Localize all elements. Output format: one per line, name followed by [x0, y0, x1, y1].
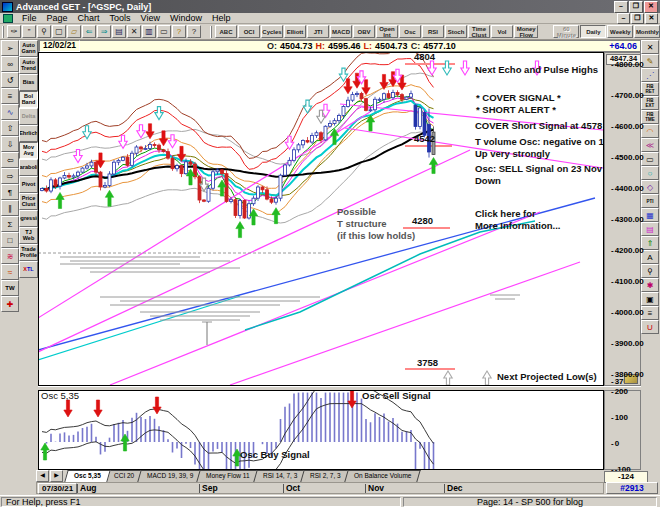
tool-auto-trend[interactable]: Auto Trend: [19, 57, 38, 74]
study-button-abc[interactable]: ABC: [215, 25, 237, 38]
trend-line[interactable]: [345, 128, 603, 168]
trend-line[interactable]: [39, 296, 240, 360]
study-button-osc[interactable]: Osc: [399, 25, 421, 38]
scroll-down-icon[interactable]: ⇩: [1, 136, 19, 152]
tool-price-clust[interactable]: Price Clust: [19, 193, 38, 210]
oscillator-label: Osc Buy Signal: [240, 449, 310, 460]
minimize-button[interactable]: –: [614, 1, 628, 13]
close-button[interactable]: ✕: [644, 1, 658, 13]
tj-web-icon[interactable]: TW: [1, 280, 19, 296]
lines-tool-icon[interactable]: ≋: [1, 248, 19, 264]
study-button-obv[interactable]: OBV: [353, 25, 375, 38]
study-button-macd[interactable]: MACD: [330, 25, 352, 38]
tab-on-balance-volume[interactable]: On Balance Volume: [344, 470, 421, 482]
tool-ehrlich[interactable]: Ehrlich: [19, 125, 38, 142]
binoculars-icon[interactable]: ∞: [1, 56, 19, 72]
tool-tj-web[interactable]: TJ Web: [19, 227, 38, 244]
parallel-lines-icon[interactable]: ⋰: [641, 68, 659, 82]
timeframe-60-minute[interactable]: 60 Minute: [553, 25, 579, 38]
forward-icon[interactable]: ⇒: [97, 25, 111, 38]
study-button-stoch[interactable]: Stoch: [445, 25, 467, 38]
quote-icon[interactable]: ”: [22, 25, 36, 38]
menu-help[interactable]: Help: [207, 13, 236, 23]
tab-macd-19-39-9[interactable]: MACD 19, 39, 9: [137, 470, 203, 482]
study-button-oci[interactable]: OCI: [238, 25, 260, 38]
tool-xtl[interactable]: XTL: [19, 261, 38, 278]
study-button-time-clust[interactable]: Time Clust: [468, 25, 490, 38]
tab-rsi-2-7-3[interactable]: RSI 2, 7, 3: [300, 470, 350, 482]
magnifier-icon[interactable]: ⚲: [37, 25, 51, 38]
price-chart[interactable]: 4804Next Echo and Pulse Highs* COVER SIG…: [38, 52, 604, 386]
menu-view[interactable]: View: [136, 13, 165, 23]
delete-drawing-icon[interactable]: ✕: [641, 40, 659, 54]
maximize-button[interactable]: ❐: [629, 1, 643, 13]
child-minimize-button[interactable]: –: [617, 13, 630, 24]
print-icon[interactable]: ▭: [157, 25, 171, 38]
copy-chart-icon[interactable]: ▥: [142, 25, 156, 38]
trend-line[interactable]: [230, 262, 580, 385]
delete-icon[interactable]: ✕: [127, 25, 141, 38]
tab-scroll-left[interactable]: ◀: [36, 470, 49, 482]
study-button-elliott[interactable]: Elliott: [284, 25, 306, 38]
open-icon[interactable]: ▱: [67, 25, 81, 38]
new-chart-icon[interactable]: ▢: [52, 25, 66, 38]
tool-auto-gann[interactable]: Auto Gann: [19, 40, 38, 57]
menu-tools[interactable]: Tools: [105, 13, 136, 23]
study-button-jti[interactable]: JTI: [307, 25, 329, 38]
study-button-cycles[interactable]: Cycles: [261, 25, 283, 38]
statistics-icon[interactable]: Σ: [1, 216, 19, 232]
bar-spacing-icon[interactable]: ¶: [1, 184, 19, 200]
pin-icon[interactable]: ✑: [7, 25, 21, 38]
back-icon[interactable]: ⇐: [82, 25, 96, 38]
context-help-icon[interactable]: ?: [187, 25, 201, 38]
trend-line[interactable]: [39, 150, 470, 352]
elliott-wave-icon[interactable]: ∿: [1, 104, 19, 120]
ellipse-tool-icon[interactable]: ○: [641, 166, 659, 180]
study-button-open-int[interactable]: Open Int: [376, 25, 398, 38]
scroll-right-icon[interactable]: ⇨: [1, 168, 19, 184]
menu-page[interactable]: Page: [42, 13, 73, 23]
pointer-tool-icon[interactable]: ➢: [1, 40, 19, 56]
menu-chart[interactable]: Chart: [73, 13, 105, 23]
tab-rsi-14-7-3[interactable]: RSI 14, 7, 3: [253, 470, 307, 482]
scroll-left-icon[interactable]: ⇦: [1, 152, 19, 168]
andrews-fan-icon[interactable]: ≪: [641, 138, 659, 152]
timeframe-weekly[interactable]: Weekly: [607, 25, 633, 38]
paste-icon[interactable]: ▤: [112, 25, 126, 38]
snapshot-icon[interactable]: ▣: [641, 292, 659, 306]
help-icon[interactable]: ?: [172, 25, 186, 38]
gann-swing-icon[interactable]: ≈: [1, 264, 19, 280]
tool-trade-profile[interactable]: Trade Profile: [19, 244, 38, 261]
study-button-rsi[interactable]: RSI: [422, 25, 444, 38]
menu-file[interactable]: File: [17, 13, 42, 23]
tool-regression[interactable]: Regression: [19, 210, 38, 227]
mdi-system-icon[interactable]: [3, 14, 13, 23]
tool-pivot[interactable]: Pivot: [19, 176, 38, 193]
undo-icon[interactable]: U: [641, 320, 659, 334]
oscillator-panel[interactable]: Osc 5,35Osc Sell SignalOsc Buy Signal: [38, 390, 604, 470]
study-button-money-flow[interactable]: Money Flow: [514, 25, 538, 38]
tool-bol-band[interactable]: Bol Band: [19, 91, 38, 108]
tool-bias[interactable]: Bias: [19, 74, 38, 91]
auto-run-icon[interactable]: ↺: [1, 72, 19, 88]
study-list-icon[interactable]: ≡: [1, 88, 19, 104]
study-button-vol[interactable]: Vol: [491, 25, 513, 38]
tab-money-flow-11[interactable]: Money Flow 11: [197, 470, 260, 482]
tab-scroll-right[interactable]: ▶: [50, 470, 63, 482]
crosshair-icon[interactable]: ✚: [1, 296, 19, 312]
tool-mov-avg[interactable]: Mov Avg: [19, 142, 38, 159]
scroll-up-icon[interactable]: ⇧: [1, 120, 19, 136]
menu-window[interactable]: Window: [165, 13, 207, 23]
box-tool-icon[interactable]: □: [1, 232, 19, 248]
child-restore-button[interactable]: ❐: [631, 13, 644, 24]
zoom-tool-icon[interactable]: ⚲: [641, 264, 659, 278]
pti-icon[interactable]: PTI: [641, 194, 659, 208]
tool-parabolic[interactable]: Parabolic: [19, 159, 38, 176]
tab-osc-5-35[interactable]: Osc 5,35: [64, 470, 110, 482]
timeframe-monthly[interactable]: Monthly: [634, 25, 660, 38]
mob-icon[interactable]: ▤: [641, 222, 659, 236]
bar-width-icon[interactable]: ∥: [1, 200, 19, 216]
tool-delta[interactable]: Delta: [19, 108, 38, 125]
child-close-button[interactable]: ✕: [645, 13, 658, 24]
timeframe-daily[interactable]: Daily: [580, 25, 606, 38]
